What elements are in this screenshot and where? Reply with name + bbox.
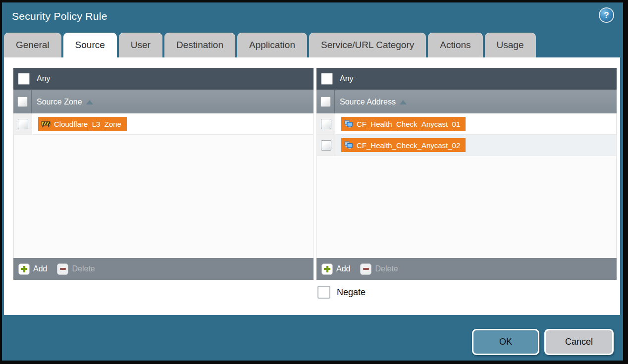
add-label: Add <box>33 264 47 273</box>
address-icon <box>344 120 353 128</box>
security-policy-rule-dialog: { "window": { "title": "Security Policy … <box>0 0 628 364</box>
source-address-any-header: Any <box>316 68 617 90</box>
source-zone-select-all-checkbox[interactable] <box>17 97 28 107</box>
delete-icon <box>57 263 68 275</box>
tab-source[interactable]: Source <box>63 33 117 57</box>
tab-service-url-category[interactable]: Service/URL Category <box>309 33 426 57</box>
source-zone-rows: Cloudflare_L3_Zone <box>13 113 314 258</box>
source-zone-panel: Any Source Zone <box>13 68 314 280</box>
zone-icon <box>41 120 51 128</box>
source-address-column-title: Source Address <box>340 98 396 106</box>
select-all-cell <box>316 90 335 113</box>
table-row[interactable]: Cloudflare_L3_Zone <box>14 113 313 135</box>
delete-label: Delete <box>375 264 398 273</box>
dialog-frame: Security Policy Rule ? General Source Us… <box>2 2 623 361</box>
source-address-chip[interactable]: CF_Health_Check_Anycast_01 <box>341 117 466 131</box>
source-address-any-checkbox[interactable] <box>321 73 333 85</box>
source-zone-value: Cloudflare_L3_Zone <box>54 120 121 128</box>
negate-label: Negate <box>337 287 366 298</box>
tab-user[interactable]: User <box>119 33 162 57</box>
add-icon <box>321 263 333 275</box>
source-zone-any-label: Any <box>37 74 51 83</box>
tab-actions[interactable]: Actions <box>428 33 482 57</box>
add-icon <box>18 263 30 275</box>
source-zone-chip[interactable]: Cloudflare_L3_Zone <box>38 117 127 131</box>
source-address-chip[interactable]: CF_Health_Check_Anycast_02 <box>341 138 466 152</box>
row-checkbox[interactable] <box>321 119 331 129</box>
source-address-value: CF_Health_Check_Anycast_01 <box>357 120 460 128</box>
source-address-toolbar: Add Delete <box>316 258 617 280</box>
sort-ascending-icon[interactable] <box>86 100 93 104</box>
source-zone-toolbar: Add Delete <box>13 258 314 280</box>
tab-strip: General Source User Destination Applicat… <box>4 33 536 57</box>
source-address-panel: Any Source Address <box>316 68 617 280</box>
source-address-column-header[interactable]: Source Address <box>316 90 617 113</box>
help-icon[interactable]: ? <box>600 8 613 22</box>
title-bar: Security Policy Rule ? <box>2 2 623 30</box>
source-zone-any-header: Any <box>13 68 314 90</box>
table-row[interactable]: CF_Health_Check_Anycast_02 <box>317 135 616 156</box>
delete-label: Delete <box>72 264 95 273</box>
ok-button[interactable]: OK <box>472 329 539 355</box>
row-checkbox-cell <box>317 113 335 134</box>
select-all-cell <box>13 90 32 113</box>
source-address-rows: CF_Health_Check_Anycast_01 <box>316 113 617 258</box>
delete-address-button[interactable]: Delete <box>360 263 398 275</box>
add-zone-button[interactable]: Add <box>18 263 47 275</box>
negate-row: Negate <box>317 286 366 299</box>
tab-application[interactable]: Application <box>237 33 307 57</box>
tab-usage[interactable]: Usage <box>485 33 536 57</box>
tab-content-source: Any Source Zone <box>4 57 620 315</box>
table-row[interactable]: CF_Health_Check_Anycast_01 <box>317 113 616 135</box>
source-zone-column-header[interactable]: Source Zone <box>13 90 314 113</box>
dialog-title: Security Policy Rule <box>12 10 107 22</box>
cancel-button[interactable]: Cancel <box>544 329 614 355</box>
delete-zone-button[interactable]: Delete <box>57 263 95 275</box>
source-zone-any-checkbox[interactable] <box>18 73 30 85</box>
address-icon <box>344 141 353 149</box>
row-checkbox-cell <box>14 113 32 134</box>
source-zone-column-title: Source Zone <box>37 98 82 106</box>
row-checkbox[interactable] <box>18 119 28 129</box>
delete-icon <box>360 263 371 275</box>
tab-destination[interactable]: Destination <box>164 33 235 57</box>
row-checkbox[interactable] <box>321 140 331 151</box>
dialog-footer: OK Cancel <box>472 329 614 355</box>
source-address-select-all-checkbox[interactable] <box>320 97 331 107</box>
source-address-value: CF_Health_Check_Anycast_02 <box>357 141 460 150</box>
sort-ascending-icon[interactable] <box>400 100 407 104</box>
add-address-button[interactable]: Add <box>321 263 350 275</box>
source-address-any-label: Any <box>340 74 354 83</box>
negate-checkbox[interactable] <box>317 286 330 299</box>
add-label: Add <box>336 264 350 273</box>
row-checkbox-cell <box>317 135 335 156</box>
tab-general[interactable]: General <box>4 33 61 57</box>
